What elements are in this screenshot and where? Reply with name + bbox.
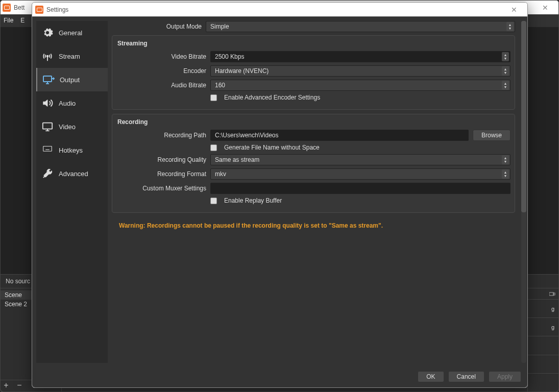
audio-bitrate-value: 160 — [215, 82, 225, 89]
output-icon — [42, 74, 55, 86]
settings-title: Settings — [46, 6, 68, 13]
muxer-row: Custom Muxer Settings — [116, 183, 511, 194]
control-row[interactable]: g — [528, 318, 558, 336]
settings-titlebar: Settings ✕ — [32, 3, 527, 17]
recording-format-dropdown[interactable]: mkv ▲▼ — [210, 168, 511, 180]
advanced-encoder-label: Enable Advanced Encoder Settings — [224, 94, 320, 101]
chevron-updown-icon: ▲▼ — [502, 66, 509, 76]
ok-button[interactable]: OK — [418, 371, 444, 382]
gear-icon — [41, 27, 54, 39]
main-window-title: Bett — [14, 4, 25, 11]
muxer-label: Custom Muxer Settings — [116, 185, 210, 192]
output-mode-value: Simple — [210, 23, 229, 30]
app-icon — [3, 4, 11, 12]
sidebar-item-label: Stream — [59, 53, 80, 60]
add-scene-button[interactable]: + — [2, 381, 11, 390]
encoder-label: Encoder — [116, 67, 210, 75]
output-mode-label: Output Mode — [112, 23, 206, 30]
settings-dialog: Settings ✕ General Stream Output — [32, 2, 528, 388]
control-row[interactable] — [528, 336, 558, 355]
scrollbar-thumb[interactable] — [521, 21, 526, 212]
sidebar-item-label: Advanced — [59, 170, 88, 178]
keyboard-icon — [41, 144, 54, 156]
sidebar-item-label: Audio — [59, 100, 76, 107]
chevron-updown-icon: ▲▼ — [506, 22, 514, 31]
recording-quality-row: Recording Quality Same as stream ▲▼ — [116, 154, 511, 165]
recording-group: Recording Recording Path C:\Users\wench\… — [112, 114, 515, 213]
svg-rect-10 — [43, 146, 52, 152]
encoder-row: Encoder Hardware (NVENC) ▲▼ — [116, 65, 511, 77]
recording-format-value: mkv — [215, 170, 226, 178]
sidebar-item-output[interactable]: Output — [36, 68, 108, 91]
recording-format-row: Recording Format mkv ▲▼ — [116, 168, 511, 180]
spinner-arrows-icon[interactable]: ▲▼ — [502, 52, 509, 61]
settings-body: General Stream Output Audio — [32, 17, 527, 367]
advanced-encoder-row: Enable Advanced Encoder Settings — [116, 94, 511, 101]
wrench-icon — [41, 167, 54, 180]
recording-path-row: Recording Path C:\Users\wench\Videos Bro… — [116, 130, 511, 141]
video-bitrate-input[interactable]: 2500 Kbps ▲▼ — [210, 51, 511, 62]
recording-path-label: Recording Path — [116, 132, 210, 139]
streaming-title: Streaming — [116, 40, 511, 47]
sidebar-item-video[interactable]: Video — [36, 115, 108, 138]
control-row[interactable]: g — [528, 300, 558, 318]
sidebar-item-general[interactable]: General — [36, 21, 108, 44]
cancel-button[interactable]: Cancel — [448, 371, 484, 382]
warning-text: Warning: Recordings cannot be paused if … — [112, 217, 515, 229]
settings-content: Output Mode Simple ▲▼ Streaming Video Bi… — [112, 17, 521, 367]
browse-button[interactable]: Browse — [473, 130, 511, 141]
video-bitrate-row: Video Bitrate 2500 Kbps ▲▼ — [116, 51, 511, 62]
output-mode-dropdown[interactable]: Simple ▲▼ — [206, 21, 515, 32]
sidebar-item-label: Output — [60, 76, 80, 84]
svg-rect-0 — [549, 292, 553, 296]
antenna-icon — [41, 50, 54, 62]
recording-path-input[interactable]: C:\Users\wench\Videos — [210, 130, 469, 141]
speaker-icon — [41, 97, 54, 109]
muxer-input[interactable] — [210, 183, 511, 194]
app-icon — [35, 6, 43, 14]
replay-buffer-row: Enable Replay Buffer — [116, 197, 511, 204]
sidebar-item-label: General — [59, 29, 82, 37]
recording-quality-dropdown[interactable]: Same as stream ▲▼ — [210, 154, 511, 165]
filename-nospace-label: Generate File Name without Space — [224, 144, 320, 151]
sidebar-item-stream[interactable]: Stream — [36, 44, 108, 68]
svg-rect-7 — [43, 123, 52, 129]
recording-quality-label: Recording Quality — [116, 156, 210, 163]
sidebar-item-audio[interactable]: Audio — [36, 91, 108, 115]
recording-quality-value: Same as stream — [215, 156, 259, 163]
sidebar-item-label: Video — [59, 123, 76, 131]
sidebar-item-advanced[interactable]: Advanced — [36, 162, 108, 185]
recording-title: Recording — [116, 118, 511, 126]
monitor-icon — [41, 120, 54, 133]
encoder-dropdown[interactable]: Hardware (NVENC) ▲▼ — [210, 65, 511, 77]
settings-close-button[interactable]: ✕ — [504, 6, 524, 14]
settings-footer: OK Cancel Apply — [32, 367, 527, 387]
filename-nospace-checkbox[interactable] — [210, 144, 217, 151]
menu-edit[interactable]: E — [20, 17, 25, 24]
filename-nospace-row: Generate File Name without Space — [116, 144, 511, 151]
chevron-updown-icon: ▲▼ — [502, 169, 509, 179]
replay-buffer-checkbox[interactable] — [210, 198, 217, 204]
remove-scene-button[interactable]: − — [15, 381, 24, 390]
control-row[interactable] — [528, 374, 558, 391]
replay-buffer-label: Enable Replay Buffer — [224, 197, 282, 204]
svg-rect-1 — [553, 293, 555, 295]
sidebar-item-hotkeys[interactable]: Hotkeys — [36, 138, 108, 162]
apply-button[interactable]: Apply — [489, 371, 521, 382]
recording-path-value: C:\Users\wench\Videos — [215, 132, 279, 139]
video-bitrate-label: Video Bitrate — [116, 53, 210, 60]
output-mode-row: Output Mode Simple ▲▼ — [112, 21, 515, 32]
recording-format-label: Recording Format — [116, 170, 210, 178]
chevron-updown-icon: ▲▼ — [502, 81, 509, 90]
streaming-group: Streaming Video Bitrate 2500 Kbps ▲▼ Enc… — [112, 35, 515, 110]
controls-icon — [528, 288, 558, 300]
main-close-button[interactable]: ✕ — [534, 1, 556, 15]
menu-file[interactable]: File — [4, 17, 13, 24]
audio-bitrate-row: Audio Bitrate 160 ▲▼ — [116, 80, 511, 91]
content-scrollbar[interactable] — [521, 21, 526, 363]
svg-rect-4 — [43, 76, 52, 82]
advanced-encoder-checkbox[interactable] — [210, 94, 217, 101]
control-row[interactable] — [528, 355, 558, 374]
audio-bitrate-dropdown[interactable]: 160 ▲▼ — [210, 80, 511, 91]
encoder-value: Hardware (NVENC) — [215, 67, 269, 75]
